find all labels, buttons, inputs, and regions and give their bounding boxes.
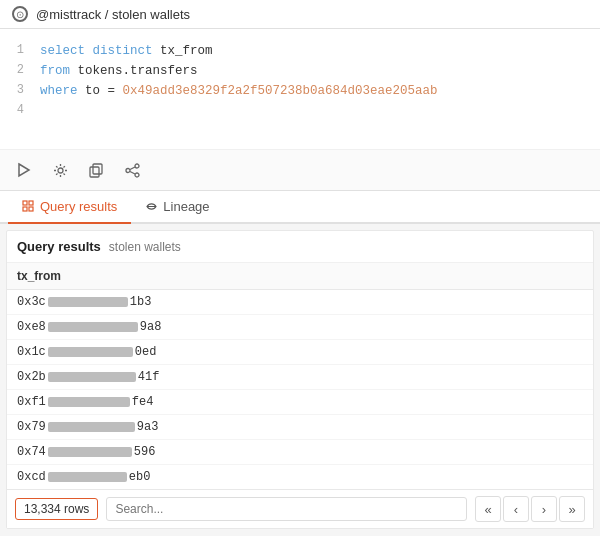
column-header-tx-from: tx_from <box>7 263 593 290</box>
svg-line-8 <box>130 171 135 174</box>
table-row: 0x74596 <box>7 440 593 465</box>
results-section: Query results stolen wallets tx_from 0x3… <box>6 230 594 529</box>
line-content-4 <box>40 101 48 121</box>
copy-icon[interactable] <box>84 158 108 182</box>
results-subtitle: stolen wallets <box>109 240 181 254</box>
last-page-button[interactable]: » <box>559 496 585 522</box>
line-content-1: select distinct tx_from <box>40 41 213 61</box>
line-num-2: 2 <box>12 61 24 81</box>
top-bar: ⊙ @misttrack / stolen wallets <box>0 0 600 29</box>
svg-point-1 <box>58 168 63 173</box>
line-content-3: where to = 0x49add3e8329f2a2f507238b0a68… <box>40 81 438 101</box>
share-icon[interactable] <box>120 158 144 182</box>
table-row: 0x1c0ed <box>7 340 593 365</box>
line-num-1: 1 <box>12 41 24 61</box>
svg-marker-0 <box>19 164 29 176</box>
pagination-bar: 13,334 rows « ‹ › » <box>7 489 593 528</box>
table-row: 0xf1fe4 <box>7 390 593 415</box>
editor-area: 1 select distinct tx_from 2 from tokens.… <box>0 29 600 191</box>
tab-query-results-label: Query results <box>40 199 117 214</box>
table-row: 0x799a3 <box>7 415 593 440</box>
results-title: Query results <box>17 239 101 254</box>
code-line-2: 2 from tokens.transfers <box>12 61 588 81</box>
svg-rect-2 <box>93 164 102 174</box>
line-content-2: from tokens.transfers <box>40 61 198 81</box>
next-page-button[interactable]: › <box>531 496 557 522</box>
lineage-icon <box>145 200 158 213</box>
svg-point-6 <box>135 173 139 177</box>
table-row: 0x3c1b3 <box>7 290 593 315</box>
page-title: @misttrack / stolen wallets <box>36 7 190 22</box>
svg-rect-3 <box>90 167 99 177</box>
svg-rect-10 <box>29 201 33 205</box>
tab-lineage[interactable]: Lineage <box>131 191 223 224</box>
results-header: Query results stolen wallets <box>7 231 593 263</box>
tabs-bar: Query results Lineage <box>0 191 600 224</box>
first-page-button[interactable]: « <box>475 496 501 522</box>
rows-count-badge: 13,334 rows <box>15 498 98 520</box>
results-table: tx_from 0x3c1b3 0xe89a8 0x1c0ed 0x2b41f … <box>7 263 593 489</box>
tab-query-results[interactable]: Query results <box>8 191 131 224</box>
line-num-3: 3 <box>12 81 24 101</box>
code-line-4: 4 <box>12 101 588 121</box>
code-line-1: 1 select distinct tx_from <box>12 41 588 61</box>
page-buttons: « ‹ › » <box>475 496 585 522</box>
svg-line-7 <box>130 167 135 170</box>
search-input[interactable] <box>106 497 467 521</box>
prev-page-button[interactable]: ‹ <box>503 496 529 522</box>
settings-icon[interactable] <box>48 158 72 182</box>
svg-rect-12 <box>29 207 33 211</box>
run-icon[interactable] <box>12 158 36 182</box>
editor-toolbar <box>0 149 600 190</box>
table-row: 0xcdeb0 <box>7 465 593 489</box>
svg-point-4 <box>135 164 139 168</box>
table-row: 0xe89a8 <box>7 315 593 340</box>
tab-lineage-label: Lineage <box>163 199 209 214</box>
svg-rect-11 <box>23 207 27 211</box>
line-num-4: 4 <box>12 101 24 121</box>
svg-rect-9 <box>23 201 27 205</box>
grid-icon <box>22 200 35 213</box>
code-editor[interactable]: 1 select distinct tx_from 2 from tokens.… <box>0 29 600 149</box>
query-icon: ⊙ <box>12 6 28 22</box>
svg-point-5 <box>126 168 130 172</box>
table-row: 0x2b41f <box>7 365 593 390</box>
code-line-3: 3 where to = 0x49add3e8329f2a2f507238b0a… <box>12 81 588 101</box>
